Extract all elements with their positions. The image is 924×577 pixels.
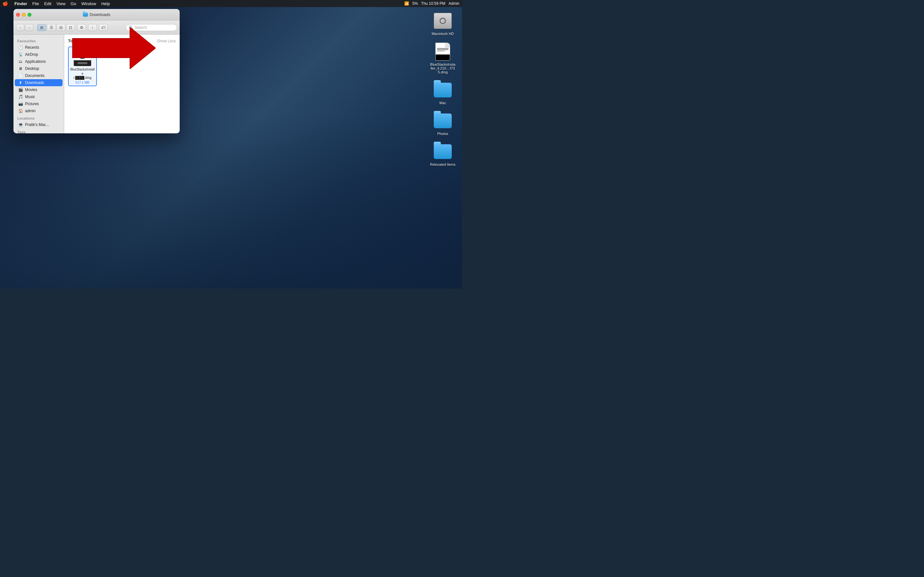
- main-content: Today Show Less BlueStacksInstaller.████…: [64, 35, 180, 133]
- airdrop-label: AirDrop: [25, 52, 38, 57]
- admin-label: Admin: [449, 1, 459, 6]
- desktop-icon-macintosh-hd[interactable]: Macintosh HD: [430, 11, 456, 35]
- bluestacks-file-item[interactable]: BlueStacksInstaller.████.dmg 617.1 MB: [68, 47, 97, 86]
- menubar-go[interactable]: Go: [71, 1, 76, 6]
- movies-icon: 🎬: [18, 87, 23, 92]
- title-folder-icon: [83, 13, 88, 17]
- battery-status: 5%: [412, 1, 418, 6]
- finder-toolbar: ‹ › ⊞ ☰ ⊟ ⊡ ⚙ ↑ 🏷 🔍 Search: [13, 21, 180, 35]
- relocated-folder-img: [433, 142, 452, 161]
- desktop-icon-bluestacks[interactable]: BlueStacksInstaller_4.210....f735.dmg: [430, 42, 456, 74]
- favourites-header: Favourites: [13, 37, 64, 44]
- hd-icon-img: [433, 11, 452, 31]
- gallery-view-button[interactable]: ⊡: [66, 24, 75, 31]
- search-icon: 🔍: [129, 25, 134, 30]
- sidebar-item-documents[interactable]: 📄 Documents: [15, 72, 63, 79]
- menubar-view[interactable]: View: [57, 1, 65, 6]
- menubar-left: 🍎 Finder File Edit View Go Window Help: [3, 1, 110, 6]
- window-title: Downloads: [83, 12, 110, 17]
- wifi-icon: 📶: [404, 1, 409, 6]
- computer-icon: 💻: [18, 122, 23, 127]
- search-placeholder: Search: [135, 25, 147, 30]
- sidebar-item-music[interactable]: 🎵 Music: [15, 93, 63, 100]
- mac-folder-img: [433, 81, 452, 100]
- movies-label: Movies: [25, 87, 37, 92]
- documents-icon: 📄: [18, 73, 23, 78]
- apple-logo[interactable]: 🍎: [3, 1, 8, 6]
- view-group: ⊞ ☰ ⊟ ⊡: [37, 24, 75, 31]
- close-button[interactable]: [16, 13, 20, 17]
- menubar-file[interactable]: File: [32, 1, 39, 6]
- menubar-help[interactable]: Help: [102, 1, 110, 6]
- menubar: 🍎 Finder File Edit View Go Window Help 📶…: [0, 0, 462, 7]
- sidebar-item-recents[interactable]: 🕐 Recents: [15, 44, 63, 51]
- sidebar-item-applications[interactable]: 🗂 Applications: [15, 58, 63, 65]
- action-button[interactable]: ⚙: [77, 24, 86, 31]
- search-bar[interactable]: 🔍 Search: [126, 24, 177, 31]
- sidebar-item-movies[interactable]: 🎬 Movies: [15, 86, 63, 93]
- sidebar-item-pratiks-mac[interactable]: 💻 Pratik's Mac...: [15, 121, 63, 128]
- desktop-icon-mac[interactable]: Mac: [430, 81, 456, 105]
- applications-label: Applications: [25, 59, 46, 64]
- section-header-row: Today Show Less: [68, 39, 176, 43]
- sidebar-item-downloads[interactable]: ⬇ Downloads: [15, 79, 63, 86]
- pratiks-mac-label: Pratik's Mac...: [25, 122, 49, 127]
- list-view-button[interactable]: ☰: [47, 24, 56, 31]
- downloads-label: Downloads: [25, 81, 44, 85]
- show-less-button[interactable]: Show Less: [157, 39, 176, 43]
- mountain-silhouette: [0, 115, 462, 288]
- airdrop-icon: 📡: [18, 52, 23, 57]
- nav-group: ‹ ›: [16, 24, 33, 31]
- recents-label: Recents: [25, 45, 39, 50]
- sidebar-item-airdrop[interactable]: 📡 AirDrop: [15, 51, 63, 58]
- macintosh-hd-label: Macintosh HD: [431, 32, 454, 35]
- admin-home-icon: 🏠: [18, 108, 23, 113]
- music-label: Music: [25, 95, 35, 99]
- photos-folder-img: [433, 111, 452, 131]
- dmg-icon: [73, 48, 91, 66]
- menubar-finder[interactable]: Finder: [15, 1, 27, 6]
- minimize-button[interactable]: [22, 13, 26, 17]
- mac-folder-label: Mac: [439, 101, 446, 105]
- locations-header: Locations: [13, 114, 64, 121]
- menubar-window[interactable]: Window: [81, 1, 96, 6]
- window-title-text: Downloads: [89, 12, 110, 17]
- finder-window: Downloads ‹ › ⊞ ☰ ⊟ ⊡ ⚙ ↑ 🏷 🔍 Search Fav…: [13, 9, 180, 133]
- file-name: BlueStacksInstaller.████.dmg: [70, 67, 95, 80]
- photos-folder-label: Photos: [437, 132, 448, 135]
- relocated-label: Relocated Items: [430, 163, 455, 166]
- finder-body: Favourites 🕐 Recents 📡 AirDrop 🗂 Applica…: [13, 35, 180, 133]
- desktop-icon: 🖥: [18, 66, 23, 71]
- sidebar-item-desktop[interactable]: 🖥 Desktop: [15, 65, 63, 72]
- desktop-label: Desktop: [25, 66, 39, 71]
- menubar-right: 📶 5% Thu 10:59 PM Admin: [404, 1, 459, 6]
- recents-icon: 🕐: [18, 45, 23, 50]
- column-view-button[interactable]: ⊟: [57, 24, 65, 31]
- music-icon: 🎵: [18, 94, 23, 99]
- applications-icon: 🗂: [18, 59, 23, 64]
- downloads-icon: ⬇: [18, 80, 23, 85]
- forward-button[interactable]: ›: [25, 24, 33, 31]
- time-display: Thu 10:59 PM: [421, 1, 445, 6]
- finder-titlebar: Downloads: [13, 9, 180, 21]
- sidebar-item-pictures[interactable]: 📷 Pictures: [15, 100, 63, 107]
- finder-sidebar: Favourites 🕐 Recents 📡 AirDrop 🗂 Applica…: [13, 35, 64, 133]
- bluestacks-label: BlueStacksInstaller_4.210....f735.dmg: [430, 63, 456, 74]
- pictures-icon: 📷: [18, 101, 23, 106]
- file-grid: BlueStacksInstaller.████.dmg 617.1 MB: [68, 47, 176, 86]
- desktop-icon-relocated[interactable]: Relocated Items: [430, 142, 456, 166]
- file-size: 617.1 MB: [76, 81, 89, 84]
- desktop-icon-photos[interactable]: Photos: [430, 111, 456, 135]
- admin-home-label: admin: [25, 109, 36, 113]
- maximize-button[interactable]: [27, 13, 31, 17]
- back-button[interactable]: ‹: [16, 24, 24, 31]
- tag-button[interactable]: 🏷: [99, 24, 108, 31]
- share-button[interactable]: ↑: [88, 24, 97, 31]
- icon-view-button[interactable]: ⊞: [37, 24, 46, 31]
- menubar-edit[interactable]: Edit: [44, 1, 51, 6]
- bluestacks-file-img: [433, 42, 452, 61]
- documents-label: Documents: [25, 73, 45, 78]
- today-section-label: Today: [68, 39, 80, 43]
- sidebar-item-admin[interactable]: 🏠 admin: [15, 107, 63, 114]
- traffic-lights: [16, 13, 31, 17]
